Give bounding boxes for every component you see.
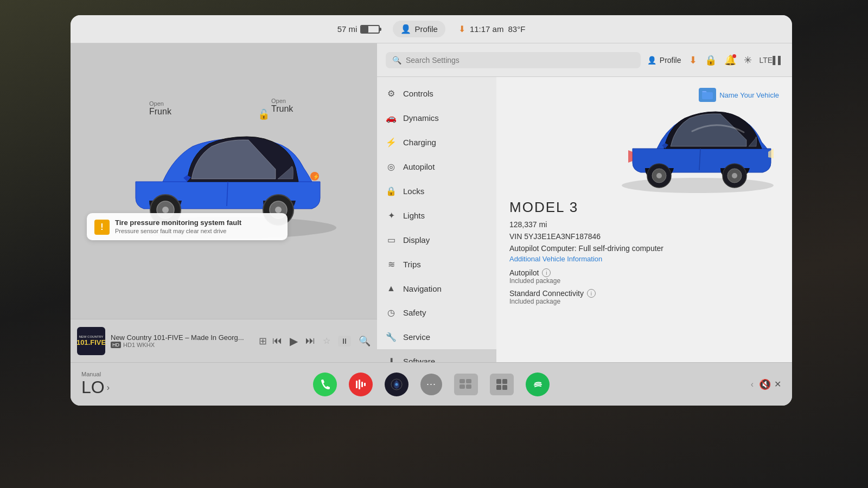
temp-display: 83°F: [508, 24, 525, 34]
menu-item-autopilot[interactable]: ◎ Autopilot: [377, 155, 496, 179]
spotify-icon[interactable]: [526, 373, 550, 396]
car-3d-area: Name Your Vehicle: [509, 88, 779, 194]
taskbar: Manual LO ›: [71, 362, 792, 406]
svg-point-13: [656, 173, 662, 178]
menu-item-trips[interactable]: ≋ Trips: [377, 252, 496, 277]
lock-header-icon: 🔒: [705, 54, 717, 66]
grid-icon[interactable]: [490, 374, 514, 395]
svg-rect-21: [361, 382, 363, 387]
name-vehicle-button[interactable]: Name Your Vehicle: [719, 91, 779, 99]
media-icon[interactable]: [349, 373, 373, 396]
search-input[interactable]: [406, 56, 503, 65]
menu-sidebar: ⚙ Controls 🚗 Dynamics ⚡ Charging ◎ Autop…: [377, 77, 496, 362]
additional-info-link[interactable]: Additional Vehicle Information: [509, 255, 779, 263]
cards-icon[interactable]: [454, 374, 478, 395]
vehicle-mileage: 128,337 mi: [509, 220, 779, 229]
service-icon: 🔧: [386, 332, 397, 342]
climate-mode-label: Manual: [81, 371, 110, 377]
svg-rect-18: [702, 92, 713, 99]
safety-icon: ◷: [386, 307, 397, 318]
navigation-label: Navigation: [403, 284, 442, 293]
safety-label: Safety: [403, 308, 426, 317]
connectivity-package: Included package: [509, 298, 779, 305]
svg-rect-20: [359, 380, 360, 389]
hd-icon: HD: [111, 342, 121, 348]
next-track-button[interactable]: ⏭: [305, 335, 315, 346]
folder-icon: [699, 88, 716, 102]
warning-title: Tire pressure monitoring system fault: [115, 219, 241, 227]
menu-item-lights[interactable]: ✦ Lights: [377, 203, 496, 228]
battery-mi-label: 57 mi: [337, 24, 358, 34]
phone-icon[interactable]: [313, 373, 337, 396]
vehicle-vin: VIN 5YJ3E1EA3NF187846: [509, 232, 779, 241]
song-title: New Country 101-FIVE – Made In Georg...: [111, 333, 253, 342]
radio-big: 101.FIVE: [76, 338, 106, 346]
status-bar: 57 mi 👤 Profile ⬇ 11:17 am 83°F: [71, 15, 792, 43]
menu-item-display[interactable]: ▭ Display: [377, 228, 496, 252]
navigation-icon: ▲: [386, 284, 397, 293]
climate-section: Manual LO ›: [81, 371, 313, 397]
lights-icon: ✦: [386, 210, 397, 221]
menu-item-navigation[interactable]: ▲ Navigation: [377, 277, 496, 300]
menu-item-dynamics[interactable]: 🚗 Dynamics: [377, 106, 496, 130]
profile-person-icon: 👤: [647, 56, 656, 65]
header-profile-label: Profile: [660, 56, 681, 65]
warning-subtitle: Pressure sensor fault may clear next dri…: [115, 228, 241, 234]
locks-icon: 🔒: [386, 186, 397, 196]
controls-icon: ⚙: [386, 88, 397, 99]
search-music-icon[interactable]: 🔍: [359, 335, 371, 347]
prev-track-button[interactable]: ⏮: [272, 335, 282, 346]
menu-item-controls[interactable]: ⚙ Controls: [377, 81, 496, 106]
play-button[interactable]: ▶: [290, 335, 298, 348]
settings-header: 🔍 👤 Profile ⬇ 🔒 🔔 ✳ LTE▌▌: [377, 43, 792, 77]
menu-item-service[interactable]: 🔧 Service: [377, 325, 496, 349]
lte-icon: LTE▌▌: [760, 56, 783, 65]
warning-icon: !: [94, 220, 110, 235]
menu-item-safety[interactable]: ◷ Safety: [377, 300, 496, 325]
search-icon: 🔍: [392, 56, 401, 65]
connectivity-feature-title: Standard Connectivity i: [509, 289, 779, 298]
connectivity-feature-row: Standard Connectivity i Included package: [509, 289, 779, 305]
warning-text: Tire pressure monitoring system fault Pr…: [115, 219, 241, 234]
radio-logo: NEW COUNTRY 101.FIVE: [77, 327, 105, 355]
autopilot-feature-title: Autopilot i: [509, 268, 779, 277]
dynamics-icon: 🚗: [386, 113, 397, 123]
volume-icon: 🔇: [759, 378, 771, 390]
svg-rect-27: [459, 384, 465, 389]
person-icon: 👤: [400, 24, 411, 34]
more-dots-icon[interactable]: ···: [420, 374, 442, 395]
volume-control[interactable]: 🔇 ✕: [759, 378, 781, 390]
time-temp: ⬇ 11:17 am 83°F: [458, 24, 525, 34]
svg-rect-29: [496, 379, 501, 384]
menu-item-software[interactable]: ⬇ Software: [377, 349, 496, 362]
svg-point-6: [275, 207, 282, 213]
map-icon[interactable]: [385, 373, 409, 396]
svg-point-34: [537, 388, 539, 390]
locks-label: Locks: [403, 187, 424, 196]
climate-info: Manual LO ›: [81, 371, 110, 397]
svg-point-10: [622, 178, 774, 193]
svg-rect-22: [364, 383, 366, 386]
battery-info: 57 mi: [337, 24, 380, 34]
battery-fill: [361, 26, 368, 33]
search-box[interactable]: 🔍: [386, 52, 641, 68]
main-content: Open Frunk 🔓 Open Trunk: [71, 43, 792, 362]
favorite-icon[interactable]: ☆: [323, 336, 330, 346]
music-bar: NEW COUNTRY 101.FIVE New Country 101-FIV…: [71, 319, 377, 362]
connectivity-info-icon[interactable]: i: [587, 289, 596, 298]
autopilot-info-icon[interactable]: i: [542, 268, 551, 277]
trips-icon: ≋: [386, 259, 397, 269]
vin-value: 5YJ3E1EA3NF187846: [524, 232, 601, 241]
bluetooth-icon: ✳: [744, 54, 752, 66]
autopilot-package: Included package: [509, 277, 779, 285]
autopilot-icon: ◎: [386, 162, 397, 172]
cast-to-screen-icon[interactable]: ⊞: [259, 335, 267, 347]
dynamics-label: Dynamics: [403, 113, 439, 123]
menu-item-charging[interactable]: ⚡ Charging: [377, 130, 496, 155]
header-profile-button[interactable]: 👤 Profile: [647, 56, 681, 65]
station-id: HD HD1 WKHX: [111, 342, 253, 348]
menu-item-locks[interactable]: 🔒 Locks: [377, 179, 496, 203]
profile-button[interactable]: 👤 Profile: [393, 21, 445, 37]
pause-icon[interactable]: ⏸: [338, 336, 351, 346]
bell-icon: 🔔: [724, 54, 736, 66]
